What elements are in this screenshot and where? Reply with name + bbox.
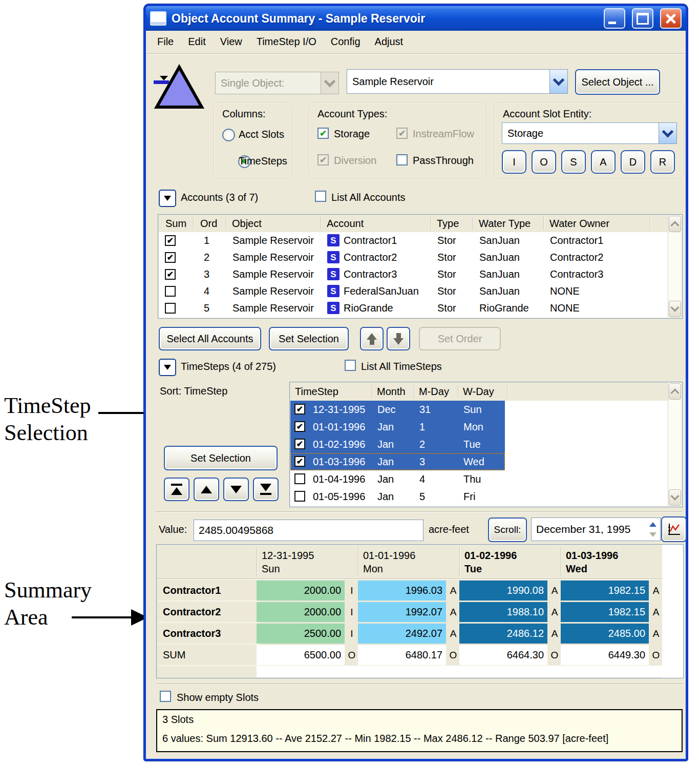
accounts-collapse-button[interactable]	[159, 190, 176, 207]
timestep-row[interactable]: 01-03-1996 Jan 3 Wed	[290, 453, 668, 470]
set-selection-button[interactable]: Set Selection	[269, 327, 349, 350]
object-combobox[interactable]: Sample Reservoir	[347, 69, 568, 94]
timestep-row[interactable]: 01-04-1996 Jan 4 Thu	[290, 470, 668, 488]
account-row[interactable]: 2 Sample Reservoir S Contractor2 Stor Sa…	[159, 249, 668, 266]
list-all-accounts-checkbox[interactable]	[315, 191, 326, 202]
summary-cell[interactable]: 6480.17	[358, 645, 446, 665]
column-header[interactable]: W-Day	[463, 382, 494, 400]
entity-button-d[interactable]: D	[621, 150, 645, 174]
show-empty-slots-label[interactable]: Show empty Slots	[177, 692, 259, 703]
timestep-row[interactable]: 01-05-1996 Jan 5 Fri	[290, 488, 668, 505]
menu-adjust[interactable]: Adjust	[375, 36, 404, 48]
summary-cell[interactable]: 2492.07	[358, 624, 446, 644]
passthrough-checkbox[interactable]	[396, 154, 408, 165]
row-checkbox[interactable]	[294, 456, 305, 467]
summary-cell[interactable]: 2485.00	[561, 624, 649, 644]
column-header[interactable]: Type	[437, 215, 459, 232]
entity-button-o[interactable]: O	[532, 150, 556, 174]
timesteps-collapse-button[interactable]	[159, 359, 176, 376]
timesteps-scrollbar[interactable]	[668, 383, 682, 506]
step-down-button[interactable]	[223, 478, 249, 501]
summary-cell[interactable]: 6449.30	[561, 645, 649, 665]
account-row[interactable]: 4 Sample Reservoir S FederalSanJuan Stor…	[159, 283, 668, 300]
summary-cell[interactable]: 6500.00	[257, 645, 345, 665]
row-checkbox[interactable]	[165, 269, 176, 280]
column-header[interactable]: Water Owner	[549, 215, 609, 232]
row-checkbox[interactable]	[294, 421, 305, 432]
storage-checkbox[interactable]	[317, 128, 329, 139]
spin-down-button[interactable]	[647, 529, 659, 540]
acct-slots-label[interactable]: Acct Slots	[239, 129, 284, 140]
column-header[interactable]: Water Type	[479, 215, 531, 232]
scroll-up-button[interactable]	[669, 216, 681, 232]
select-all-accounts-button[interactable]: Select All Accounts	[159, 327, 261, 350]
entity-button-s[interactable]: S	[561, 150, 586, 174]
column-header[interactable]: Sum	[165, 215, 186, 232]
account-row[interactable]: 5 Sample Reservoir S RioGrande Stor RioG…	[159, 300, 668, 317]
column-header[interactable]: Object	[232, 215, 262, 232]
column-header[interactable]: Ord	[200, 215, 217, 232]
acct-slots-radio[interactable]	[222, 129, 235, 141]
summary-cell[interactable]: 1990.08	[459, 581, 547, 601]
entity-button-r[interactable]: R	[650, 150, 675, 174]
timestep-row[interactable]: 12-31-1995 Dec 31 Sun	[290, 401, 668, 418]
column-header[interactable]: M-Day	[419, 382, 449, 400]
titlebar[interactable]: Object Account Summary - Sample Reservoi…	[146, 6, 686, 31]
summary-cell[interactable]: 2500.00	[257, 624, 345, 644]
summary-column-header[interactable]: 01-03-1996 Wed	[566, 549, 618, 575]
menu-view[interactable]: View	[220, 36, 242, 48]
combo-arrow-button[interactable]	[659, 123, 676, 143]
list-all-accounts-label[interactable]: List All Accounts	[331, 192, 406, 203]
scroll-button[interactable]: Scroll:	[488, 517, 527, 542]
accounts-scrollbar[interactable]	[668, 215, 682, 318]
goto-first-button[interactable]	[164, 478, 189, 501]
spin-up-button[interactable]	[647, 519, 659, 529]
column-header[interactable]: Account	[327, 215, 364, 232]
maximize-button[interactable]	[632, 8, 653, 29]
summary-cell[interactable]: 1982.15	[561, 581, 649, 601]
goto-last-button[interactable]	[253, 478, 279, 501]
row-checkbox[interactable]	[294, 473, 305, 484]
close-button[interactable]	[660, 8, 682, 29]
account-row[interactable]: 1 Sample Reservoir S Contractor1 Stor Sa…	[159, 232, 668, 249]
summary-cell[interactable]: 2000.00	[257, 602, 345, 622]
timestep-set-selection-button[interactable]: Set Selection	[164, 446, 278, 470]
row-checkbox[interactable]	[165, 286, 176, 297]
storage-label[interactable]: Storage	[334, 128, 370, 140]
list-all-timesteps-checkbox[interactable]	[345, 360, 356, 371]
summary-cell[interactable]: 6464.30	[459, 645, 547, 665]
column-header[interactable]: TimeStep	[295, 382, 338, 400]
row-checkbox[interactable]	[294, 439, 305, 449]
date-spinner[interactable]: December 31, 1995	[531, 517, 661, 541]
combo-arrow-button[interactable]	[549, 70, 567, 93]
menu-timestep-io[interactable]: TimeStep I/O	[257, 36, 316, 48]
summary-cell[interactable]: 1992.07	[358, 602, 446, 622]
summary-cell[interactable]: 1982.15	[561, 602, 649, 622]
row-checkbox[interactable]	[165, 252, 176, 263]
move-down-button[interactable]	[387, 327, 410, 350]
list-all-timesteps-label[interactable]: List All TimeSteps	[361, 361, 442, 372]
timesteps-label[interactable]: TimeSteps	[239, 155, 287, 167]
summary-column-header[interactable]: 12-31-1995 Sun	[262, 549, 314, 575]
row-checkbox[interactable]	[165, 303, 176, 314]
row-checkbox[interactable]	[165, 235, 176, 246]
passthrough-label[interactable]: PassThrough	[413, 155, 474, 167]
value-input[interactable]: 2485.00495868	[194, 520, 423, 541]
show-empty-slots-checkbox[interactable]	[160, 691, 171, 702]
row-checkbox[interactable]	[294, 491, 305, 502]
slot-entity-combobox[interactable]: Storage	[502, 122, 677, 144]
scroll-down-button[interactable]	[669, 301, 681, 317]
scroll-up-button[interactable]	[669, 383, 681, 400]
menu-edit[interactable]: Edit	[188, 36, 205, 48]
summary-cell[interactable]: 2486.12	[459, 624, 547, 644]
summary-column-header[interactable]: 01-02-1996 Tue	[464, 549, 517, 575]
summary-cell[interactable]: 1996.03	[358, 581, 446, 601]
summary-cell[interactable]: 2000.00	[257, 581, 345, 601]
plot-button[interactable]	[661, 516, 687, 542]
summary-column-header[interactable]: 01-01-1996 Mon	[363, 549, 415, 575]
select-object-button[interactable]: Select Object ...	[575, 69, 660, 95]
move-up-button[interactable]	[360, 327, 384, 350]
row-checkbox[interactable]	[294, 404, 305, 415]
menu-config[interactable]: Config	[331, 36, 360, 48]
step-up-button[interactable]	[194, 478, 219, 501]
